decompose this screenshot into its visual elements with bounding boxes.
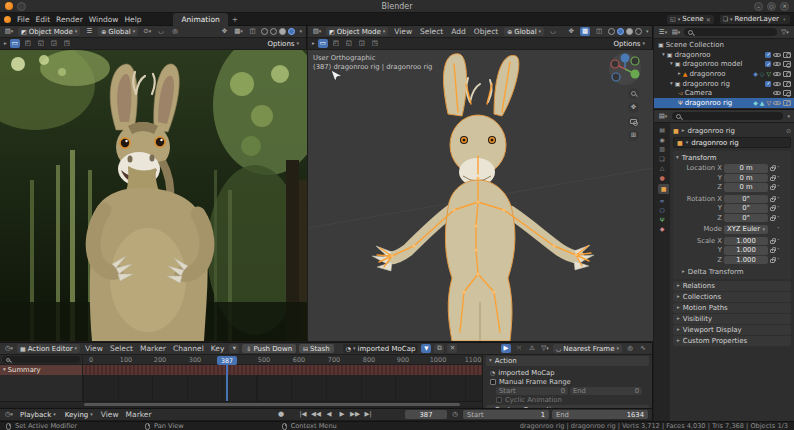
keyframe-area[interactable] xyxy=(83,365,482,401)
animate-dot[interactable]: · xyxy=(777,246,780,254)
render-layer-selector[interactable]: ❏▾ RenderLayer ＋ xyxy=(720,15,790,24)
tool-select-extend-icon[interactable]: ◱ xyxy=(344,39,354,48)
delta-transform-header[interactable]: ▸Delta Transform xyxy=(676,267,788,276)
object-name-field[interactable]: ■▾ dragonroo rig xyxy=(673,137,791,148)
tool-select-box-icon[interactable]: ▭ xyxy=(318,39,328,48)
editor-type-icon[interactable]: ◷▾ xyxy=(4,410,14,419)
manual-frame-range-checkbox[interactable] xyxy=(490,379,496,385)
expand-icon[interactable]: ▾ xyxy=(662,52,665,58)
navigation-gizmo[interactable] xyxy=(608,52,642,86)
display-mode-icon[interactable]: ▤▾ xyxy=(671,28,681,37)
disable-render-icon[interactable] xyxy=(783,71,791,77)
range-start-field[interactable]: Start0 xyxy=(496,387,568,396)
tool-select-new-icon[interactable]: ◰ xyxy=(23,39,33,48)
shading-solid-icon[interactable] xyxy=(617,28,624,35)
animation-icon[interactable]: ▲ xyxy=(760,100,765,106)
menu-add[interactable]: Add xyxy=(449,27,468,36)
disable-render-icon[interactable] xyxy=(783,61,791,67)
location-x-field[interactable]: 0 m xyxy=(724,164,768,173)
window-maximize-button[interactable]: ○ xyxy=(767,2,776,11)
tab-constraints[interactable]: ∞ xyxy=(660,198,665,204)
action-datablock-selector[interactable]: ◔▾ imported MoCap xyxy=(343,344,419,353)
menu-window[interactable]: Window xyxy=(87,15,121,24)
section-viewport-display[interactable]: ▸Viewport Display xyxy=(673,325,791,335)
fake-user-shield-icon[interactable]: ▼ xyxy=(421,344,431,353)
scale-z-field[interactable]: 1.000 xyxy=(724,256,768,265)
camera-view-icon[interactable] xyxy=(628,116,639,127)
data-icon[interactable]: ▽ xyxy=(766,100,771,106)
overlays-toggle-icon[interactable]: ▩ xyxy=(580,27,590,36)
channel-search-input[interactable] xyxy=(2,356,80,363)
transform-panel-header[interactable]: ▾Transform xyxy=(676,153,788,162)
outliner-row-camera[interactable]: ◅ Camera xyxy=(654,88,794,98)
filter-funnel-icon[interactable]: ▽▾ xyxy=(540,344,550,353)
expand-icon[interactable]: ▾ xyxy=(670,81,673,87)
animate-dot[interactable]: · xyxy=(777,164,780,172)
outliner-row-dragonroo-mesh[interactable]: ▸ ▲ dragonroo ◆ ◇ ▽ xyxy=(654,69,794,79)
hide-eye-icon[interactable] xyxy=(773,80,781,87)
mode-dropdown[interactable]: ◩Object Mode▾ xyxy=(18,27,80,36)
disable-render-icon[interactable] xyxy=(783,52,791,58)
manual-frame-range-row[interactable]: Manual Frame Range xyxy=(486,378,649,387)
tool-select-subtract-icon[interactable]: ◲ xyxy=(357,39,367,48)
snap-magnet-icon[interactable]: ◡ xyxy=(156,27,166,36)
editor-type-icon[interactable]: ▧▾ xyxy=(4,27,14,36)
menu-select[interactable]: Select xyxy=(418,27,445,36)
window-minimize-button[interactable]: ⌄ xyxy=(754,2,763,11)
show-errors-icon[interactable]: ⚠ xyxy=(527,344,537,353)
lock-icon[interactable] xyxy=(770,249,775,253)
outliner-row-dragonroo-model[interactable]: ▾ ▣ dragonroo model xyxy=(654,59,794,69)
shading-solid-icon[interactable] xyxy=(270,28,277,35)
stash-button[interactable]: ⊟Stash xyxy=(299,344,334,353)
lock-icon[interactable] xyxy=(770,177,775,181)
filter-funnel-icon[interactable]: ▽▾ xyxy=(780,28,790,37)
animate-dot[interactable]: · xyxy=(777,225,780,233)
previous-keyframe-button[interactable]: ◀◀ xyxy=(311,410,321,419)
outliner-row-dragonroo-rig-collection[interactable]: ▾ ▣ dragonroo rig xyxy=(654,79,794,89)
playback-dropdown[interactable]: Playback▾ xyxy=(17,410,59,419)
tool-select-new-icon[interactable]: ◰ xyxy=(331,39,341,48)
mode-dropdown[interactable]: ◩Object Mode▾ xyxy=(326,27,388,36)
lock-icon[interactable] xyxy=(770,259,775,263)
exclude-checkbox[interactable] xyxy=(765,52,771,58)
section-custom-properties[interactable]: ▸Custom Properties xyxy=(673,336,791,346)
gizmo-toggle-icon[interactable]: ✥ xyxy=(566,27,576,36)
zoom-icon[interactable] xyxy=(628,88,639,99)
unlink-action-icon[interactable]: ✕ xyxy=(447,344,457,353)
summary-channel-row[interactable]: ▾ Summary xyxy=(0,365,82,375)
action-panel-header[interactable]: ▾Action xyxy=(486,356,649,366)
menu-object[interactable]: Object xyxy=(472,27,500,36)
render-layer-new-icon[interactable]: ＋ xyxy=(781,15,787,24)
menu-marker[interactable]: Marker xyxy=(138,344,168,353)
shading-wireframe-icon[interactable] xyxy=(261,28,268,35)
animate-dot[interactable]: · xyxy=(777,174,780,182)
expand-icon[interactable]: ▸ xyxy=(678,71,681,77)
overlays-toggle-icon[interactable]: ▩▾ xyxy=(233,27,243,36)
action-editor-mode-dropdown[interactable]: ▦Action Editor▾ xyxy=(17,344,80,353)
scale-y-field[interactable]: 1.000 xyxy=(724,246,768,255)
dopesheet-hscrollbar[interactable] xyxy=(0,401,482,406)
tab-tool[interactable]: ▤ xyxy=(659,127,665,133)
proportional-edit-icon[interactable]: ◎ xyxy=(625,344,635,353)
animate-dot[interactable]: · xyxy=(777,195,780,203)
outliner-row-dragonroo-collection[interactable]: ▾ ▣ dragonroo xyxy=(654,50,794,60)
options-dropdown[interactable]: Options▾ xyxy=(264,39,302,48)
collapsed-menus-icon[interactable]: ☰ xyxy=(84,27,94,36)
lock-icon[interactable] xyxy=(770,198,775,202)
falloff-icon[interactable]: ∿ xyxy=(638,344,648,353)
add-workspace-button[interactable]: + xyxy=(230,15,240,24)
lock-icon[interactable] xyxy=(770,167,775,171)
hide-eye-icon[interactable] xyxy=(773,70,781,77)
show-hidden-icon[interactable]: ⁙ xyxy=(514,344,524,353)
next-keyframe-button[interactable]: ▶▶ xyxy=(350,410,360,419)
only-selected-icon[interactable]: ▶ xyxy=(501,344,511,353)
jump-to-end-button[interactable]: ▶| xyxy=(363,410,373,419)
scale-x-field[interactable]: 1.000 xyxy=(724,237,768,246)
shape-key-icon[interactable]: ▽ xyxy=(766,71,771,77)
cyclic-animation-checkbox[interactable] xyxy=(496,397,502,403)
tab-object[interactable]: ■ xyxy=(658,184,670,194)
editor-type-icon[interactable]: ◷▾ xyxy=(4,344,14,353)
pivot-dropdown[interactable]: ⊙▾ xyxy=(142,27,152,36)
frame-start-field[interactable]: Start1 xyxy=(463,410,549,419)
orientation-dropdown[interactable]: ⊕Global▾ xyxy=(98,27,138,36)
